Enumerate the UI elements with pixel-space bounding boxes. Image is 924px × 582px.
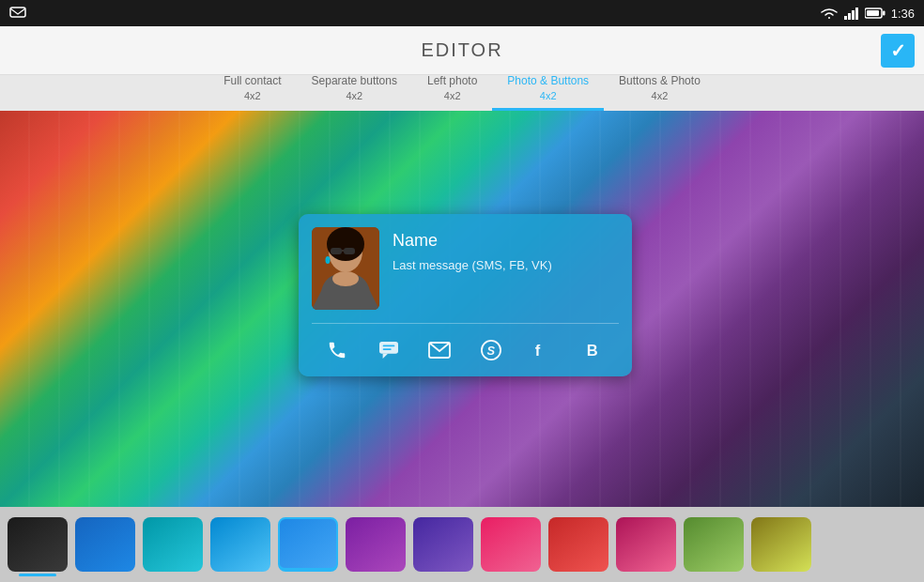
email-button[interactable]: [423, 333, 456, 367]
tab-buttons-photo[interactable]: Buttons & Photo 4x2: [604, 70, 716, 111]
svg-rect-19: [382, 348, 391, 350]
svg-point-14: [326, 256, 331, 264]
svg-rect-4: [855, 8, 858, 20]
svg-rect-12: [344, 248, 355, 254]
vk-icon: B: [583, 340, 604, 360]
contact-photo: [312, 227, 379, 310]
svg-rect-2: [848, 13, 851, 20]
svg-marker-17: [382, 354, 387, 359]
skype-icon: S: [481, 340, 501, 360]
svg-rect-11: [331, 248, 342, 254]
sms-icon: [378, 341, 399, 360]
contact-card: Name Last message (SMS, FB, VK): [299, 214, 632, 376]
swatch-lime[interactable]: [684, 517, 744, 572]
svg-rect-18: [382, 345, 394, 347]
svg-text:B: B: [586, 342, 597, 359]
signal-icon: [844, 7, 859, 20]
sms-button[interactable]: [372, 333, 406, 367]
svg-rect-16: [379, 342, 398, 354]
svg-rect-7: [883, 11, 886, 16]
swatch-hotpink[interactable]: [616, 517, 676, 572]
swatch-blue-dark[interactable]: [75, 517, 135, 572]
svg-text:S: S: [486, 344, 495, 358]
svg-rect-1: [844, 16, 847, 20]
wifi-icon: [820, 7, 839, 20]
svg-rect-0: [10, 8, 25, 17]
swatch-violet[interactable]: [413, 517, 473, 572]
svg-point-10: [327, 227, 364, 261]
svg-rect-6: [867, 10, 879, 16]
contact-photo-svg: [312, 227, 379, 310]
swatch-magenta[interactable]: [548, 517, 608, 572]
facebook-button[interactable]: f: [525, 333, 559, 367]
contact-message: Last message (SMS, FB, VK): [393, 258, 619, 272]
contact-divider: [312, 323, 619, 324]
svg-rect-3: [852, 10, 855, 20]
time-display: 1:36: [891, 7, 915, 21]
check-button[interactable]: [881, 34, 915, 68]
contact-top: Name Last message (SMS, FB, VK): [312, 227, 619, 310]
swatch-black[interactable]: [8, 517, 68, 572]
editor-title: EDITOR: [421, 39, 502, 61]
message-icon: [9, 7, 26, 20]
tab-photo-buttons[interactable]: Photo & Buttons 4x2: [492, 70, 604, 111]
contact-buttons: S f B: [312, 333, 619, 367]
status-left: [9, 7, 26, 20]
swatch-sky[interactable]: [210, 517, 270, 572]
swatch-yellow-green[interactable]: [751, 517, 811, 572]
contact-info: Name Last message (SMS, FB, VK): [393, 227, 619, 272]
swatch-blue-selected[interactable]: [278, 517, 338, 572]
facebook-icon: f: [531, 340, 552, 360]
tab-bar: Full contact 4x2 Separate buttons 4x2 Le…: [0, 75, 924, 111]
top-bar: EDITOR: [0, 26, 924, 75]
svg-point-15: [332, 271, 359, 286]
battery-icon: [865, 8, 886, 19]
skype-button[interactable]: S: [474, 333, 508, 367]
tab-left-photo[interactable]: Left photo 4x2: [412, 70, 492, 111]
contact-name: Name: [393, 231, 619, 251]
swatch-teal[interactable]: [143, 517, 203, 572]
swatch-purple[interactable]: [346, 517, 406, 572]
phone-button[interactable]: [320, 333, 354, 367]
palette-bar: [0, 507, 924, 582]
vk-button[interactable]: B: [577, 333, 610, 367]
main-area: Name Last message (SMS, FB, VK): [0, 111, 924, 507]
status-right: 1:36: [820, 7, 915, 21]
svg-text:f: f: [535, 342, 541, 359]
tab-full-contact[interactable]: Full contact 4x2: [208, 70, 296, 111]
email-icon: [428, 342, 451, 359]
swatch-pink[interactable]: [481, 517, 541, 572]
tab-separate-buttons[interactable]: Separate buttons 4x2: [297, 70, 412, 111]
status-bar: 1:36: [0, 0, 924, 26]
phone-icon: [327, 340, 347, 360]
